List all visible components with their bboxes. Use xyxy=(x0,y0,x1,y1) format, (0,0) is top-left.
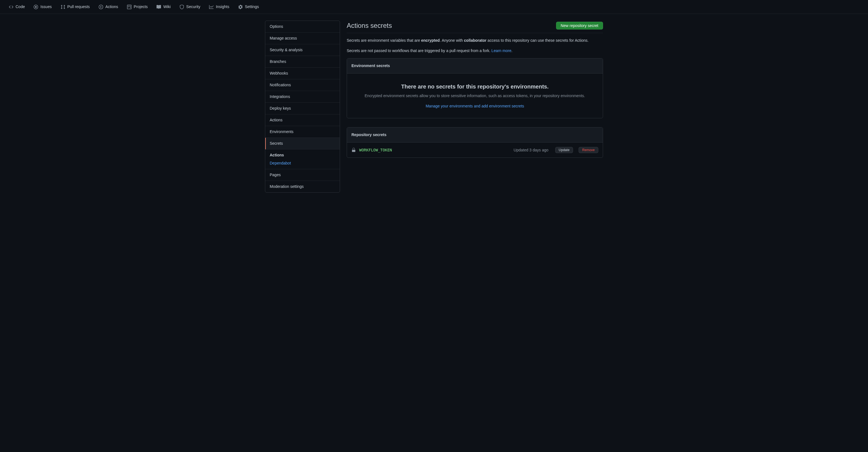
main-content: Actions secrets New repository secret Se… xyxy=(347,21,603,193)
update-secret-button[interactable]: Update xyxy=(555,147,573,153)
env-empty-desc: Encrypted environment secrets allow you … xyxy=(356,93,594,99)
secret-row: WORKFLOW_TOKEN Updated 3 days ago Update… xyxy=(347,142,603,158)
repo-top-nav: Code Issues Pull requests Actions Projec… xyxy=(0,0,868,14)
nav-wiki[interactable]: Wiki xyxy=(152,2,175,12)
nav-security[interactable]: Security xyxy=(175,2,205,12)
repository-secrets-header: Repository secrets xyxy=(347,128,603,142)
environment-secrets-empty: There are no secrets for this repository… xyxy=(347,74,603,118)
shield-icon xyxy=(180,5,184,9)
sidebar-branches[interactable]: Branches xyxy=(265,56,340,68)
learn-more-link[interactable]: Learn more xyxy=(492,49,512,53)
page-header: Actions secrets New repository secret xyxy=(347,21,603,33)
nav-insights[interactable]: Insights xyxy=(205,2,234,12)
secret-updated: Updated 3 days ago xyxy=(514,147,548,153)
code-icon xyxy=(9,5,13,9)
sidebar-pages[interactable]: Pages xyxy=(265,169,340,181)
environment-secrets-header: Environment secrets xyxy=(347,58,603,74)
nav-projects[interactable]: Projects xyxy=(123,2,152,12)
gear-icon xyxy=(238,5,243,9)
sidebar-moderation[interactable]: Moderation settings xyxy=(265,181,340,192)
graph-icon xyxy=(209,5,214,9)
settings-sidebar: Options Manage access Security & analysi… xyxy=(265,21,340,193)
sidebar-deploy-keys[interactable]: Deploy keys xyxy=(265,103,340,114)
env-empty-title: There are no secrets for this repository… xyxy=(356,82,594,91)
sidebar-security-analysis[interactable]: Security & analysis xyxy=(265,44,340,56)
pull-request-icon xyxy=(61,5,65,9)
sidebar-options[interactable]: Options xyxy=(265,21,340,33)
secrets-description-1: Secrets are environment variables that a… xyxy=(347,37,603,44)
issue-icon xyxy=(34,5,38,9)
remove-secret-button[interactable]: Remove xyxy=(579,147,598,153)
nav-code[interactable]: Code xyxy=(4,2,29,12)
environment-secrets-box: Environment secrets There are no secrets… xyxy=(347,58,603,118)
secrets-description-2: Secrets are not passed to workflows that… xyxy=(347,48,603,54)
project-icon xyxy=(127,5,131,9)
sidebar-notifications[interactable]: Notifications xyxy=(265,79,340,91)
sidebar-secrets-actions-title: Actions xyxy=(265,149,340,159)
new-secret-button[interactable]: New repository secret xyxy=(556,22,603,29)
play-icon xyxy=(99,5,103,9)
sidebar-actions[interactable]: Actions xyxy=(265,114,340,126)
manage-environments-link[interactable]: Manage your environments and add environ… xyxy=(426,104,524,108)
lock-icon xyxy=(351,148,356,152)
repository-secrets-box: Repository secrets WORKFLOW_TOKEN Update… xyxy=(347,127,603,158)
sidebar-secrets[interactable]: Secrets xyxy=(265,138,340,149)
sidebar-environments[interactable]: Environments xyxy=(265,126,340,138)
sidebar-dependabot-link[interactable]: Dependabot xyxy=(265,159,340,169)
nav-settings[interactable]: Settings xyxy=(234,2,264,12)
nav-pull-requests[interactable]: Pull requests xyxy=(56,2,94,12)
nav-issues[interactable]: Issues xyxy=(29,2,56,12)
sidebar-secrets-subgroup: Actions Dependabot xyxy=(265,149,340,169)
nav-actions[interactable]: Actions xyxy=(94,2,123,12)
sidebar-webhooks[interactable]: Webhooks xyxy=(265,68,340,79)
book-icon xyxy=(157,5,161,9)
page-title: Actions secrets xyxy=(347,21,392,31)
sidebar-integrations[interactable]: Integrations xyxy=(265,91,340,103)
secret-name: WORKFLOW_TOKEN xyxy=(359,147,510,153)
sidebar-manage-access[interactable]: Manage access xyxy=(265,33,340,44)
